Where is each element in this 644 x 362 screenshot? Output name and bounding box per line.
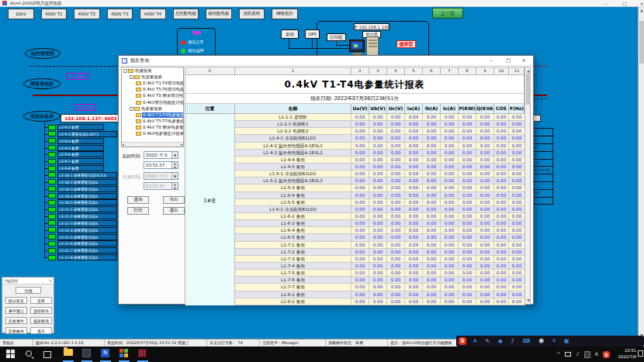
scroll-up-icon[interactable]: ▲ — [639, 7, 644, 14]
skin-icon[interactable]: ◉ — [498, 337, 503, 345]
tree-item-8[interactable]: 0.4kV T1-T4电参量统计 — [122, 112, 183, 118]
window-minimize-icon[interactable]: – — [599, 0, 613, 7]
tree-expander-icon[interactable]: - — [130, 107, 133, 111]
table-row[interactable]: L1-4-4 备用0.000.000.000.000.000.000.000.0… — [235, 157, 525, 164]
dialog-titlebar[interactable]: 报表查询 — [119, 56, 533, 66]
scrollbar-thumb[interactable] — [639, 21, 644, 64]
task-view-icon[interactable] — [43, 350, 53, 359]
notification-center-icon[interactable] — [638, 350, 643, 357]
file-explorer-icon[interactable] — [64, 349, 73, 356]
tree-item-7[interactable]: -电参量报表 — [122, 105, 183, 112]
device-label[interactable]: L3-9-8 备用 — [57, 165, 104, 171]
table-row[interactable]: L1-5-3 备用0.000.000.000.000.000.000.000.0… — [235, 184, 525, 191]
table-row[interactable]: L1-4-5 备用0.000.000.000.000.000.000.000.0… — [235, 164, 525, 171]
table-row[interactable]: L1-5-4 备用0.000.000.000.000.000.000.000.0… — [235, 192, 525, 199]
sogou-tray-icon[interactable]: S — [603, 351, 610, 358]
tab-4[interactable]: 400V T3 — [107, 9, 133, 19]
start-time-input[interactable]: 23:51:37 ▲▼ — [144, 161, 178, 169]
tree-item-5[interactable]: 0.4kV T0 荣发有功电能 — [122, 93, 183, 99]
dialog-maximize-icon[interactable]: □ — [500, 56, 516, 66]
column-header-1[interactable]: 位置 — [185, 104, 235, 114]
start-button-icon[interactable] — [6, 350, 16, 359]
ime-letter-a-icon[interactable]: A — [473, 337, 476, 345]
close-icon[interactable]: × — [49, 279, 52, 283]
device-label[interactable]: L3-11-5 赛事重要负荷A. — [57, 234, 117, 240]
tree-expander-icon[interactable]: - — [130, 75, 133, 79]
ime-letter-icon[interactable]: A — [595, 351, 598, 357]
column-header-3[interactable]: Ua(V) — [351, 104, 369, 114]
logout-button[interactable]: 注销 — [16, 287, 41, 294]
column-number-0[interactable]: 0 — [185, 67, 235, 75]
table-row[interactable]: L1-6-5 备用0.000.000.000.000.000.000.000.0… — [235, 234, 525, 241]
device-label[interactable]: L3-9-7 备用 — [57, 158, 104, 164]
panel-button-6[interactable]: 报表查询 — [30, 317, 52, 324]
device-label[interactable]: L3-10-1 赛事重要负荷DC3.A — [57, 172, 117, 178]
tree-item-4[interactable]: 0.4kV T5-T6有功电能统 — [122, 87, 183, 93]
device-label[interactable]: L3-10-4 赛事重要负荷A. — [57, 193, 117, 199]
device-label[interactable]: L3-11-6 赛事重要负荷A. — [57, 240, 117, 247]
volume-icon[interactable]: ♪ — [576, 351, 579, 357]
panel-button-7[interactable]: 历史曲线 — [5, 327, 27, 334]
column-header-6[interactable]: Ia(A) — [405, 104, 423, 114]
column-number-4[interactable]: 4 — [387, 67, 405, 75]
device-label[interactable]: L3-9-6 备用 — [57, 151, 104, 157]
tree-item-2[interactable]: -电度量报表 — [122, 74, 183, 80]
tab-5[interactable]: 400V T4 — [140, 9, 166, 19]
table-row[interactable]: L1-4-3 室外用电预留A-1EXL20.000.000.000.000.00… — [235, 150, 525, 157]
device-label[interactable]: L3-11-2 赛事重要负荷A. — [57, 213, 117, 219]
currency-icon[interactable]: ¥ — [552, 337, 556, 345]
table-row[interactable]: L1-7-3 备用0.000.000.000.000.000.000.000.0… — [235, 256, 525, 263]
table-row[interactable]: L1-7-2 备用0.000.000.000.000.000.000.000.0… — [235, 249, 525, 256]
export-button[interactable]: 导出 — [163, 196, 185, 204]
column-number-7[interactable]: 7 — [441, 67, 459, 75]
column-number-5[interactable]: 5 — [405, 67, 423, 75]
account-icon[interactable]: ☻ — [538, 337, 544, 345]
device-label[interactable]: L3-10-2 赛事重要负荷A. — [57, 179, 117, 185]
search-icon[interactable] — [25, 350, 34, 359]
table-row[interactable]: L1-8-1 备用0.000.000.000.000.000.000.000.0… — [235, 291, 525, 298]
table-row[interactable]: L1-3-1 电容柜20.000.000.000.000.000.000.000… — [235, 128, 525, 135]
table-row[interactable]: L1-6-3 备用0.000.000.000.000.000.000.000.0… — [235, 220, 525, 227]
tray-chevron-icon[interactable]: ^ — [556, 351, 560, 357]
device-label[interactable]: L3-11-8 赛事重要负荷A. — [57, 254, 117, 260]
device-label[interactable]: L3-10-5 赛事重要负荷A. — [57, 199, 117, 205]
table-row[interactable]: L1-7-7 备用0.000.000.000.000.000.000.000.0… — [235, 284, 525, 291]
database-app-icon[interactable] — [138, 349, 147, 357]
soft-keyboard-icon[interactable]: ⌨ — [523, 337, 530, 345]
exit-button[interactable]: 退出 — [163, 207, 185, 215]
table-row[interactable]: L1-6-4 备用0.000.000.000.000.000.000.000.0… — [235, 227, 525, 234]
table-row[interactable]: L1-5-5 备用0.000.000.000.000.000.000.000.0… — [235, 199, 525, 206]
column-number-10[interactable]: 10 — [494, 67, 509, 75]
sogou-logo-icon[interactable]: S — [459, 337, 466, 345]
table-row[interactable]: L1-7-6 备用0.000.000.000.000.000.000.000.0… — [235, 277, 525, 284]
ime-box-icon[interactable] — [584, 351, 590, 358]
function-panel-titlebar[interactable]: 功能面板 × — [2, 278, 54, 284]
window-maximize-icon[interactable]: □ — [618, 0, 632, 7]
table-row[interactable]: L1-5-2 室外用电预留A-1EXL30.000.000.000.000.00… — [235, 178, 525, 184]
column-number-11[interactable]: 11 — [509, 67, 525, 75]
panel-button-5[interactable]: 历史事件 — [5, 317, 27, 324]
table-row[interactable]: L1-8-2 备用0.000.000.000.000.000.000.000.0… — [235, 298, 525, 305]
panel-button-3[interactable]: 事件窗口 — [5, 307, 27, 314]
column-header-5[interactable]: Uc(V) — [387, 104, 405, 114]
column-header-8[interactable]: Ic(A) — [441, 104, 459, 114]
tab-6[interactable]: 北区配电箱 — [173, 9, 199, 19]
scroll-down-icon[interactable]: ▼ — [525, 297, 531, 304]
tree-item-10[interactable]: 0.4kV T0 荣发电参量统 — [122, 125, 183, 131]
tab-3[interactable]: 400V T2 — [74, 9, 100, 19]
column-number-8[interactable]: 8 — [459, 67, 476, 75]
handwriting-pen-icon[interactable]: ✎ — [485, 337, 489, 345]
tree-item-6[interactable]: 0.4kV有功电能统计报表 — [122, 99, 183, 105]
tree-horizontal-scrollbar[interactable]: ◄► — [122, 142, 183, 147]
column-header-2[interactable]: 名称 — [235, 104, 351, 114]
dialog-close-icon[interactable]: × — [516, 56, 531, 66]
remote-app-icon[interactable] — [82, 349, 91, 357]
device-label[interactable]: L3-9-2 备用 — [57, 124, 104, 130]
previous-page-button[interactable]: 上一页 — [432, 8, 463, 19]
column-header-10[interactable]: Q(KVA) — [476, 104, 494, 114]
print-button[interactable]: 打印 — [127, 207, 149, 215]
column-number-3[interactable]: 3 — [369, 67, 387, 75]
column-number-6[interactable]: 6 — [423, 67, 441, 75]
device-label[interactable]: L3-10-3 赛事重要负荷A. — [57, 186, 117, 192]
table-row[interactable]: L1-7-5 备用0.000.000.000.000.000.000.000.0… — [235, 270, 525, 277]
